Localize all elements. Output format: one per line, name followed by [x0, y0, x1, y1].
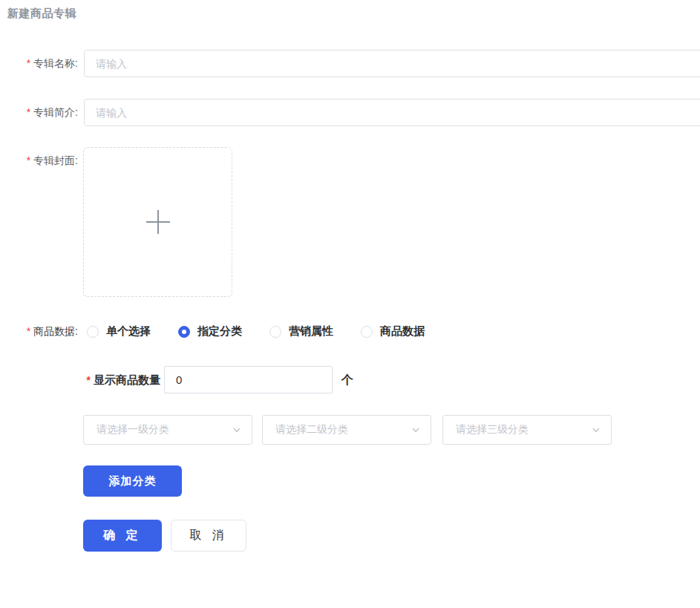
select-level3-category[interactable]: 请选择三级分类	[442, 415, 612, 445]
album-cover-label: *专辑封面:	[0, 147, 78, 174]
count-unit-label: 个	[341, 366, 353, 393]
chevron-down-icon	[592, 425, 601, 434]
chevron-down-icon	[232, 425, 241, 434]
required-asterisk: *	[27, 57, 30, 69]
radio-single-select[interactable]: 单个选择	[87, 324, 151, 339]
chevron-down-icon	[411, 425, 420, 434]
required-asterisk: *	[87, 374, 91, 386]
page-title: 新建商品专辑	[7, 7, 76, 21]
plus-icon	[145, 209, 171, 235]
album-intro-label: *专辑简介:	[0, 99, 78, 126]
radio-circle-icon	[361, 326, 373, 338]
display-count-input[interactable]	[164, 366, 333, 393]
radio-specified-category[interactable]: 指定分类	[178, 324, 242, 339]
select-level2-category[interactable]: 请选择二级分类	[262, 415, 431, 445]
cancel-button[interactable]: 取 消	[171, 520, 246, 552]
display-count-label: *显示商品数量	[0, 366, 160, 394]
radio-marketing-attribute[interactable]: 营销属性	[269, 324, 333, 339]
add-category-button[interactable]: 添加分类	[83, 465, 182, 497]
select-level1-category[interactable]: 请选择一级分类	[83, 415, 252, 445]
radio-circle-selected-icon	[178, 326, 190, 338]
radio-circle-icon	[269, 326, 281, 338]
cover-upload-box[interactable]	[83, 147, 232, 297]
product-data-label: *商品数据:	[0, 318, 78, 345]
radio-circle-icon	[87, 326, 99, 338]
product-data-radio-group: 单个选择 指定分类 营销属性 商品数据	[87, 318, 452, 345]
album-name-input[interactable]	[84, 50, 700, 77]
required-asterisk: *	[27, 325, 30, 337]
required-asterisk: *	[27, 106, 30, 118]
confirm-button[interactable]: 确 定	[83, 520, 162, 552]
album-intro-input[interactable]	[84, 99, 700, 126]
new-album-form: 新建商品专辑 *专辑名称: *专辑简介: *专辑封面: *商品数据: 单个选择 …	[0, 0, 700, 608]
album-name-label: *专辑名称:	[0, 50, 78, 77]
radio-product-data[interactable]: 商品数据	[361, 324, 425, 339]
required-asterisk: *	[27, 154, 30, 166]
